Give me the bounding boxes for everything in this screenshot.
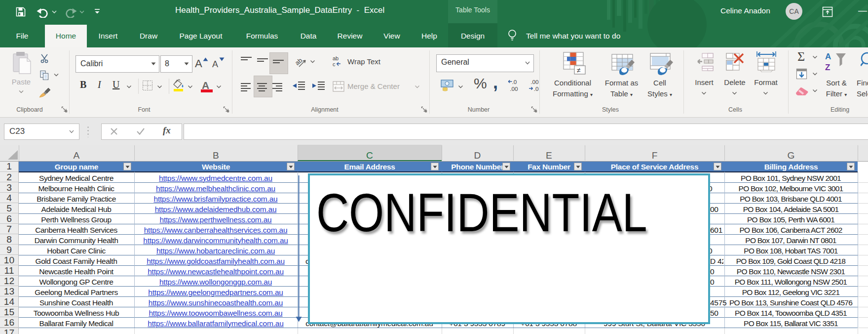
svg-text:A: A xyxy=(825,52,831,61)
svg-text:c: c xyxy=(333,61,336,67)
svg-text:≠: ≠ xyxy=(577,66,581,74)
svg-text:.0: .0 xyxy=(512,79,517,85)
svg-text:.00: .00 xyxy=(510,85,518,92)
svg-text:.00: .00 xyxy=(530,79,539,85)
svg-text:ab: ab xyxy=(333,55,339,61)
svg-text:ab: ab xyxy=(294,56,304,67)
svg-text:Z: Z xyxy=(825,63,830,72)
svg-text:.0: .0 xyxy=(534,85,539,92)
